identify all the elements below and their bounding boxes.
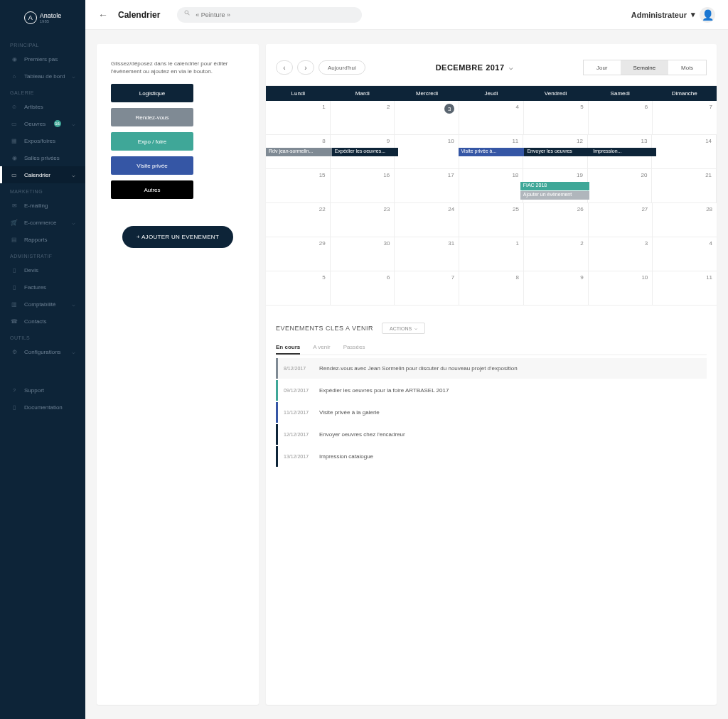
back-button[interactable]: ← [98,9,108,21]
calendar-event[interactable]: Expédier les oeuvres... [332,148,398,156]
actions-button[interactable]: ACTIONS ⌵ [382,323,425,334]
sidebar-item-e-mailing[interactable]: ✉E-mailing [0,197,85,214]
chevron-down-icon[interactable]: ▾ [691,10,695,19]
calendar-event[interactable]: Impression... [590,148,656,156]
sidebar-item-devis[interactable]: ▯Devis [0,261,85,279]
prev-button[interactable]: ‹ [276,60,293,75]
sidebar-item-label: Documentation [24,404,63,411]
event-item[interactable]: 13/12/2017Impression catalogue [276,446,707,467]
calendar-cell[interactable]: 18 [459,169,524,202]
sidebar-item-label: E-mailing [24,202,48,209]
calendar-cell[interactable]: 7 [653,101,717,134]
calendar-cell[interactable]: 17 [395,169,459,202]
calendar-cell[interactable]: 16 [331,169,395,202]
view-mois[interactable]: Mois [668,60,706,75]
sidebar-item-salles-priv-es[interactable]: ◉Salles privées [0,149,85,166]
month-label[interactable]: DECEMBRE 2017 ⌵ [436,63,513,72]
category-autres[interactable]: Autres [111,180,193,199]
sidebar-item-expos-foires[interactable]: ▦Expos/foires [0,132,85,149]
calendar-cell[interactable]: 7 [395,271,459,305]
calendar-event[interactable]: FIAC 2018 [520,182,589,190]
calendar-cell[interactable]: 27 [589,203,653,237]
today-button[interactable]: Aujourd'hui [318,60,365,75]
calendar-cell[interactable]: 8 [459,271,524,305]
sidebar-item-calendrier[interactable]: ▭Calendrier⌵ [0,166,85,183]
sidebar-item-label: Expos/foires [24,138,55,144]
calendar-cell[interactable]: 29 [266,237,331,271]
event-date: 11/12/2017 [284,410,312,415]
sidebar-item-contacts[interactable]: ☎Contacts [0,313,85,330]
category-expo-foire[interactable]: Expo / foire [111,132,193,151]
user-label[interactable]: Administrateur [631,11,687,19]
calendar-cell[interactable]: 3 [589,237,653,271]
calendar-event[interactable]: Envoyer les oeuvres [524,148,590,156]
add-event-button[interactable]: + AJOUTER UN EVENEMENT [122,226,233,248]
sidebar-item-oeuvres[interactable]: ▭Oeuvres16⌵ [0,115,85,132]
calendar-cell[interactable]: 4 [653,237,717,271]
tab-a-venir[interactable]: A venir [313,341,330,355]
calendar-cell[interactable]: 26 [524,203,589,237]
calendar-cell[interactable]: 28 [653,203,717,237]
brand-logo[interactable]: A Anatole 1985 [0,9,85,37]
weekday-header: Samedi [588,86,653,101]
search-input[interactable] [177,7,362,23]
chevron-down-icon: ⌵ [72,301,75,308]
sidebar-item-premiers-pas[interactable]: ◉Premiers pas [0,50,85,67]
sidebar-item-e-commerce[interactable]: 🛒E-commerce⌵ [0,214,85,231]
event-item[interactable]: 11/12/2017Visite privée à la galerie [276,402,707,423]
sidebar-item-rapports[interactable]: ▤Rapports [0,231,85,248]
event-date: 8/12/2017 [284,366,312,371]
calendar-cell[interactable]: 10 [589,271,653,305]
calendar-cell[interactable]: 1 [266,101,331,134]
day-number: 21 [705,172,712,178]
calendar-cell[interactable]: 20 [588,169,653,202]
view-jour[interactable]: Jour [584,60,621,75]
calendar-cell[interactable]: 9 [524,271,589,305]
calendar-cell[interactable]: 14 [652,135,717,168]
calendar-cell[interactable]: 15 [266,169,331,202]
event-item[interactable]: 12/12/2017Envoyer oeuvres chez l'encadre… [276,424,707,445]
calendar-cell[interactable]: 6 [331,271,395,305]
sidebar-item-tableau-de-bord[interactable]: ⌂Tableau de bord⌵ [0,67,85,85]
view-semaine[interactable]: Semaine [621,60,669,75]
calendar-cell[interactable]: 5 [266,271,331,305]
calendar-event[interactable]: Rdv jean-sormelin... [266,148,332,156]
event-item[interactable]: 8/12/2017Rendez-vous avec Jean Sormelin … [276,358,707,379]
calendar-cell[interactable]: 25 [459,203,524,237]
next-button[interactable]: › [297,60,314,75]
calendar-cell[interactable]: 4 [459,101,524,134]
calendar-cell[interactable]: 2 [331,101,395,134]
event-item[interactable]: 09/12/2017Expédier les oeuvres pour la f… [276,380,707,401]
sidebar-item-factures[interactable]: ▯Factures [0,279,85,296]
sidebar-item-support[interactable]: ?Support [0,382,85,399]
calendar-cell[interactable]: 5 [524,101,589,134]
sidebar-item-documentation[interactable]: ▯Documentation [0,399,85,416]
calendar-cell[interactable]: 1 [459,237,524,271]
calendar-cell[interactable]: 10 [395,135,459,168]
day-number: 18 [512,172,518,178]
sidebar-item-configurations[interactable]: ⚙Configurations⌵ [0,343,85,360]
avatar[interactable]: 👤 [700,7,715,23]
category-visite-priv-e[interactable]: Visite privée [111,156,193,175]
sidebar-item-artistes[interactable]: ☺Artistes [0,98,85,115]
nav-section-label: ADMINISTRATIF [0,248,85,261]
calendar-cell[interactable]: 21 [652,169,717,202]
calendar-cell[interactable]: 22 [266,203,331,237]
calendar-cell[interactable]: 30 [331,237,395,271]
sidebar-item-comptabilit-[interactable]: ▥Comptabilité⌵ [0,296,85,313]
calendar-event[interactable]: Ajouter un évènement [520,191,589,200]
calendar-cell[interactable]: 6 [589,101,653,134]
tab-passées[interactable]: Passées [343,341,365,355]
calendar-cell[interactable]: 23 [331,203,395,237]
day-number: 19 [577,172,583,178]
category-logistique[interactable]: Logistique [111,84,193,102]
calendar-cell[interactable]: 24 [395,203,459,237]
tab-en-cours[interactable]: En cours [276,341,300,355]
calendar-cell[interactable]: 2 [524,237,589,271]
calendar-cell[interactable]: 11 [653,271,717,305]
search-wrap [177,7,362,23]
category-rendez-vous[interactable]: Rendez-vous [111,108,193,126]
calendar-event[interactable]: Visite privée à... [459,148,525,156]
calendar-cell[interactable]: 3 [395,101,459,134]
calendar-cell[interactable]: 31 [395,237,459,271]
